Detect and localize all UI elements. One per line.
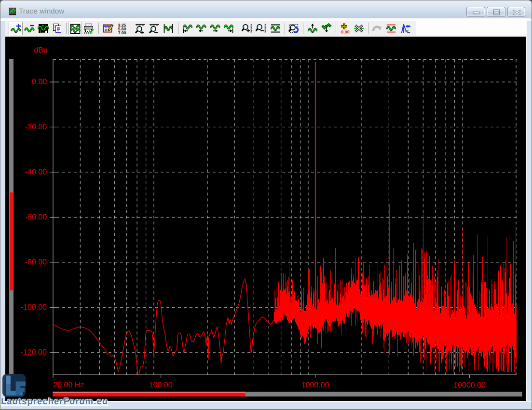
svg-text:-20.00: -20.00	[25, 123, 47, 131]
svg-text:10000.00: 10000.00	[453, 381, 486, 389]
svg-text:7.00: 7.00	[118, 30, 126, 34]
svg-text:-60.00: -60.00	[25, 213, 46, 221]
svg-text:-80.00: -80.00	[25, 258, 46, 266]
svg-text:0.00: 0.00	[32, 78, 47, 86]
svg-text:dBu: dBu	[34, 46, 47, 54]
svg-text:-40.00: -40.00	[25, 167, 46, 176]
svg-text:-120.00: -120.00	[20, 348, 46, 356]
svg-text:-100.00: -100.00	[20, 303, 46, 311]
svg-text:100.00: 100.00	[149, 381, 172, 389]
svg-text:20.00 Hz: 20.00 Hz	[53, 381, 84, 389]
svg-text:1000.00: 1000.00	[301, 381, 329, 389]
svg-text:0.00: 0.00	[341, 30, 350, 34]
